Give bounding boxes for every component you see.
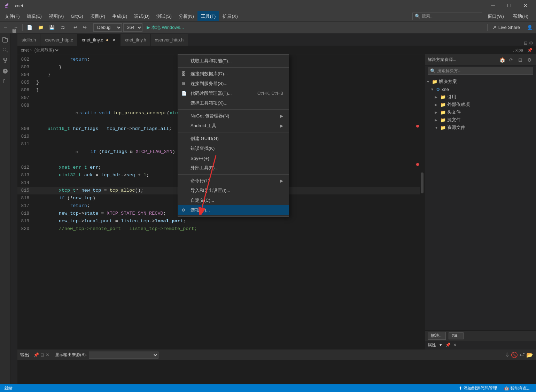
- activity-debug[interactable]: [0, 66, 10, 76]
- toolbar-account-btn[interactable]: 👤: [525, 23, 535, 32]
- output-pin-icon[interactable]: 📌: [33, 352, 39, 358]
- tree-item-3[interactable]: ▶ 📁 头文件: [425, 108, 536, 116]
- toolbar-undo-btn[interactable]: ↩: [71, 23, 79, 32]
- fold-808[interactable]: ⊟: [76, 112, 78, 115]
- menu-analyze[interactable]: 分析(N): [175, 11, 197, 21]
- bottom-status-bar: 就绪 ⬆ 添加到源代码管理 🤖 智能有点...: [0, 384, 536, 392]
- close-button[interactable]: ✕: [517, 0, 533, 11]
- rp-refresh-icon[interactable]: ⟳: [507, 56, 515, 64]
- activity-extensions[interactable]: [0, 77, 10, 86]
- toolbar-redo-btn[interactable]: ↪: [81, 23, 89, 32]
- menu-view[interactable]: 视图(V): [45, 11, 67, 21]
- toolbar-saveall-btn[interactable]: 🗂: [58, 23, 67, 32]
- tab-xnet-tiny-h[interactable]: xnet_tiny.h: [121, 34, 151, 46]
- ai-hint[interactable]: 🤖 智能有点...: [503, 384, 532, 392]
- menu-spy[interactable]: Spy++(+): [178, 153, 289, 163]
- menu-debug[interactable]: 调试(D): [131, 11, 153, 21]
- activity-search[interactable]: [0, 45, 10, 55]
- output-clear-icon[interactable]: 🚫: [511, 352, 518, 358]
- menu-window[interactable]: 窗口(W): [484, 12, 507, 21]
- toolbar-back-btn[interactable]: ←: [1, 23, 10, 32]
- title-bar-left: xnet: [3, 2, 23, 9]
- output-close-icon[interactable]: ✕: [46, 352, 49, 358]
- menu-build[interactable]: 生成(B): [109, 11, 131, 21]
- menu-get-tools[interactable]: 获取工具和功能(T)...: [178, 56, 289, 66]
- menu-extensions[interactable]: 扩展(X): [219, 11, 241, 21]
- menu-project[interactable]: 项目(P): [87, 11, 109, 21]
- toolbar-sep1: [22, 24, 23, 31]
- output-wrap-icon[interactable]: ⮐: [519, 352, 525, 358]
- output-scroll-lock-icon[interactable]: ⇩: [505, 352, 510, 358]
- menu-external-tools[interactable]: 外部工具(E)...: [178, 163, 289, 173]
- toolbar-open-btn[interactable]: 📁: [36, 23, 46, 32]
- editor-scrollbar[interactable]: [420, 54, 425, 349]
- toolbar-save-btn[interactable]: 💾: [47, 23, 57, 32]
- properties-close[interactable]: ✕: [453, 343, 457, 347]
- add-to-source-btn[interactable]: ⬆ 添加到源代码管理: [457, 384, 498, 392]
- tab-xserver-http[interactable]: xserver_http.c: [40, 34, 78, 46]
- tabs-settings-icon[interactable]: ⚙: [529, 40, 533, 46]
- tree-item-2[interactable]: ▶ 📁 外部依赖项: [425, 101, 536, 108]
- breadcrumb-project[interactable]: xnet: [21, 48, 29, 53]
- menu-test[interactable]: 测试(S): [153, 11, 175, 21]
- menu-file[interactable]: 文件(F): [1, 11, 23, 21]
- menu-tools[interactable]: 工具(T): [197, 11, 219, 21]
- properties-pin[interactable]: 📌: [445, 343, 451, 347]
- tabs-filter-icon[interactable]: ⊟: [524, 40, 528, 46]
- menu-edit[interactable]: 编辑(E): [23, 11, 45, 21]
- tree-item-4[interactable]: ▶ 📁 源文件: [425, 116, 536, 124]
- menu-git[interactable]: Git(G): [67, 11, 86, 21]
- tree-item-1[interactable]: ▶ 📁 引用: [425, 93, 536, 101]
- sep2: [178, 109, 289, 110]
- scope-select[interactable]: (全局范围): [33, 47, 60, 53]
- breadcrumb-pin-icon[interactable]: 📌: [527, 48, 533, 53]
- fold-811[interactable]: ⊟: [76, 150, 78, 154]
- tab-xnet-tiny[interactable]: xnet_tiny.c ● ✕: [78, 34, 121, 46]
- rp-filter-icon[interactable]: ⊟: [516, 56, 524, 64]
- menu-cmdline[interactable]: 命令行(L) ▶: [178, 176, 289, 186]
- rp-home-icon[interactable]: 🏠: [498, 56, 506, 64]
- output-float-icon[interactable]: ⊟: [40, 352, 44, 358]
- solution-search-placeholder: 搜索解决方...: [437, 68, 461, 74]
- tree-xne[interactable]: ▼ ⚙ xne: [425, 85, 536, 93]
- tab-xserver-http-h[interactable]: xserver_http.h: [151, 34, 188, 46]
- activity-explorer[interactable]: [0, 35, 10, 45]
- menu-connect-db[interactable]: 🗄 连接到数据库(D)...: [178, 69, 289, 79]
- menu-error-lookup[interactable]: 错误查找(K): [178, 144, 289, 153]
- tree-solution[interactable]: ▼ 📁 解决方案: [425, 78, 536, 85]
- editor-area: stdlib.h xserver_http.c xnet_tiny.c ● ✕ …: [17, 33, 536, 392]
- output-source-select[interactable]: [89, 352, 158, 359]
- tab-close-icon[interactable]: ✕: [112, 37, 116, 43]
- git-btn[interactable]: Git...: [449, 332, 464, 339]
- tab-stdlib[interactable]: stdlib.h: [17, 34, 40, 46]
- menu-options[interactable]: ⚙ 选项(O)...: [178, 205, 289, 215]
- menu-customize[interactable]: 自定义(C)...: [178, 195, 289, 205]
- solution-search-box[interactable]: 🔍 搜索解决方...: [428, 67, 533, 75]
- toolbar-forward-btn[interactable]: →: [11, 23, 20, 32]
- maximize-button[interactable]: □: [501, 0, 517, 11]
- run-button[interactable]: ▶ 本地 Windows...: [144, 23, 187, 32]
- menu-help[interactable]: 帮助(H): [510, 12, 532, 21]
- options-label: 选项(O)...: [191, 207, 210, 213]
- menu-android[interactable]: Android 工具 ▶: [178, 121, 289, 131]
- activity-git[interactable]: [0, 56, 10, 66]
- menu-nuget[interactable]: NuGet 包管理器(N) ▶: [178, 111, 289, 121]
- tree-xne-label: xne: [442, 87, 449, 92]
- scrollbar-thumb[interactable]: [421, 172, 424, 193]
- output-open-file-icon[interactable]: 📂: [526, 352, 533, 358]
- menu-snippet-mgr[interactable]: 📄 代码片段管理器(T)... Ctrl+K, Ctrl+B: [178, 89, 289, 98]
- live-share-button[interactable]: ↗ Live Share: [489, 24, 523, 31]
- menu-connect-server[interactable]: 🖥 连接到服务器(S)...: [178, 79, 289, 89]
- tree-item-5[interactable]: ▼ 📁 资源文件: [425, 124, 536, 131]
- rp-settings-icon[interactable]: ⚙: [526, 56, 533, 64]
- search-box[interactable]: 🔍 搜索...: [412, 13, 482, 20]
- platform-select[interactable]: x64 x86: [123, 23, 142, 32]
- build-config-select[interactable]: Debug Release: [93, 23, 122, 32]
- minimize-button[interactable]: ─: [485, 0, 501, 11]
- menu-select-toolbox[interactable]: 选择工具箱项(X)...: [178, 98, 289, 108]
- resolve-btn[interactable]: 解决...: [428, 332, 446, 340]
- menu-create-guid[interactable]: 创建 GUID(G): [178, 134, 289, 144]
- toolbar-new-btn[interactable]: 📄: [25, 23, 34, 32]
- menu-import-export[interactable]: 导入和导出设置(I)...: [178, 186, 289, 195]
- tab-modified-dot: ●: [106, 37, 109, 43]
